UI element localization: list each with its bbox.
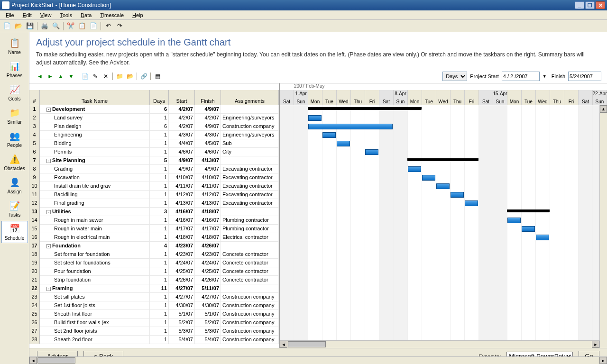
- close-button[interactable]: ✕: [596, 1, 605, 9]
- task-row[interactable]: 22-Framing114/27/075/11/07: [29, 284, 279, 293]
- arrow-down-icon[interactable]: ▼: [66, 72, 76, 81]
- task-row[interactable]: 4Engineering14/3/074/3/07Engineering/sur…: [29, 131, 279, 139]
- task-bar[interactable]: [365, 149, 378, 155]
- chart-hscroll[interactable]: ◄►: [280, 340, 599, 348]
- expand-icon[interactable]: -: [46, 108, 51, 112]
- task-row[interactable]: 24Set 1st floor joists14/30/074/30/07Con…: [29, 301, 279, 310]
- task-row[interactable]: 18Set forms for foundation14/23/074/23/0…: [29, 250, 279, 259]
- chart-vscroll[interactable]: ▲: [599, 105, 607, 348]
- folder2-icon[interactable]: 📂: [125, 72, 135, 81]
- task-row[interactable]: 13-Utilities34/16/074/18/07: [29, 208, 279, 216]
- finish-input[interactable]: [568, 72, 601, 81]
- arrow-right-icon[interactable]: ►: [46, 72, 55, 81]
- task-row[interactable]: 14Rough in main sewer14/16/074/16/07Plum…: [29, 216, 279, 225]
- task-row[interactable]: 3Plan design64/2/074/9/07Construction co…: [29, 122, 279, 131]
- sidebar-name[interactable]: 📋Name: [1, 35, 28, 57]
- task-bar[interactable]: [308, 115, 322, 121]
- task-row[interactable]: 9Excavation14/10/074/10/07Excavating con…: [29, 173, 279, 182]
- sidebar-assign[interactable]: 👤Assign: [1, 174, 28, 197]
- expand-icon[interactable]: -: [46, 159, 51, 163]
- project-start-input[interactable]: [502, 72, 540, 81]
- task-bar[interactable]: [308, 124, 393, 129]
- expand-icon[interactable]: -: [46, 210, 51, 214]
- task-row[interactable]: 12Final grading14/13/074/13/07Excavating…: [29, 199, 279, 208]
- task-row[interactable]: 8Grading14/9/074/9/07Excavating contract…: [29, 165, 279, 173]
- sidebar-tasks[interactable]: 📝Tasks: [1, 198, 28, 220]
- minimize-button[interactable]: _: [575, 1, 584, 9]
- paste-icon[interactable]: 📄: [88, 21, 99, 31]
- day-header: Sat: [579, 90, 593, 105]
- page-title: Adjust your project schedule in the Gant…: [36, 37, 600, 48]
- task-row[interactable]: 6Permits14/6/074/6/07City: [29, 148, 279, 156]
- save-icon[interactable]: 💾: [25, 21, 35, 31]
- task-row[interactable]: 21Strip foundation14/26/074/26/07Concret…: [29, 276, 279, 284]
- task-row[interactable]: 7-Site Planning54/9/074/13/07: [29, 156, 279, 165]
- sidebar-schedule[interactable]: 📅Schedule: [1, 221, 28, 243]
- task-row[interactable]: 2Land survey14/2/074/2/07Engineering/sur…: [29, 114, 279, 122]
- sidebar-people[interactable]: 👥People: [1, 128, 28, 150]
- menu-timescale[interactable]: Timescale: [96, 11, 128, 19]
- cut-icon[interactable]: ✂️: [65, 21, 76, 31]
- redo-icon[interactable]: ↷: [114, 21, 125, 31]
- link-icon[interactable]: 🔗: [139, 72, 148, 81]
- task-bar[interactable]: [337, 141, 350, 146]
- menu-file[interactable]: File: [2, 11, 18, 19]
- insert-icon[interactable]: 📄: [80, 72, 90, 81]
- task-row[interactable]: 1-Development64/2/074/9/07: [29, 105, 279, 114]
- task-bar[interactable]: [536, 235, 549, 240]
- grid-icon[interactable]: ▦: [153, 72, 162, 81]
- summary-bar[interactable]: [308, 107, 421, 110]
- col-name: Task Name: [40, 90, 150, 105]
- sidebar-goals[interactable]: 📈Goals: [1, 82, 28, 104]
- sidebar-obstacles[interactable]: ⚠️Obstacles: [1, 151, 28, 173]
- task-row[interactable]: 11Backfilling14/12/074/12/07Excavating c…: [29, 191, 279, 199]
- menu-data[interactable]: Data: [77, 11, 95, 19]
- preview-icon[interactable]: 🔍: [51, 21, 61, 31]
- task-row[interactable]: 27Set 2nd floor joists15/3/075/3/07Const…: [29, 327, 279, 336]
- maximize-button[interactable]: ❐: [585, 1, 595, 9]
- task-row[interactable]: 5Bidding14/4/074/5/07Sub: [29, 139, 279, 148]
- task-bar[interactable]: [436, 183, 450, 189]
- task-row[interactable]: 20Pour foundation14/25/074/25/07Concrete…: [29, 267, 279, 276]
- menu-edit[interactable]: Edit: [19, 11, 36, 19]
- new-icon[interactable]: 📄: [2, 21, 12, 31]
- task-row[interactable]: 16Rough in electrical main14/18/074/18/0…: [29, 233, 279, 242]
- task-row[interactable]: 28Sheath 2nd floor15/4/075/4/07Construct…: [29, 336, 279, 344]
- sidebar-phases[interactable]: 📊Phases: [1, 58, 28, 81]
- delete-icon[interactable]: ✕: [101, 72, 110, 81]
- task-bar[interactable]: [451, 192, 464, 198]
- folder-icon[interactable]: 📁: [115, 72, 124, 81]
- task-row[interactable]: 23Set sill plates14/27/074/27/07Construc…: [29, 293, 279, 301]
- task-row[interactable]: 10Install drain tile and grav14/11/074/1…: [29, 182, 279, 191]
- task-bar[interactable]: [465, 200, 478, 206]
- menu-tools[interactable]: Tools: [56, 11, 76, 19]
- task-bar[interactable]: [522, 226, 535, 232]
- task-bar[interactable]: [507, 218, 521, 223]
- undo-icon[interactable]: ↶: [103, 21, 113, 31]
- task-row[interactable]: 19Set steel for foundations14/24/074/24/…: [29, 259, 279, 267]
- arrow-left-icon[interactable]: ◄: [35, 72, 45, 81]
- gantt-toolbar: ◄ ► ▲ ▼ 📄 ✎ ✕ 📁 📂 🔗 ▦ Days Project Start…: [29, 70, 607, 83]
- copy-icon[interactable]: 📋: [77, 21, 87, 31]
- task-bar[interactable]: [322, 132, 336, 138]
- print-icon[interactable]: 🖨️: [39, 21, 50, 31]
- task-bar[interactable]: [422, 175, 435, 181]
- expand-icon[interactable]: -: [46, 287, 51, 291]
- task-bar[interactable]: [408, 166, 421, 172]
- task-row[interactable]: 15Rough in water main14/17/074/17/07Plum…: [29, 225, 279, 233]
- task-row[interactable]: 25Sheath first floor15/1/075/1/07Constru…: [29, 310, 279, 318]
- edit-icon[interactable]: ✎: [91, 72, 100, 81]
- summary-bar[interactable]: [408, 158, 478, 161]
- people-icon: 👥: [7, 130, 22, 142]
- menu-help[interactable]: Help: [129, 11, 147, 19]
- open-icon[interactable]: 📂: [13, 21, 24, 31]
- expand-icon[interactable]: -: [46, 244, 51, 248]
- task-row[interactable]: 17-Foundation44/23/074/26/07: [29, 242, 279, 250]
- sidebar-similar[interactable]: 📁Similar: [1, 105, 28, 127]
- task-row[interactable]: 26Build first floor walls (ex15/2/075/2/…: [29, 318, 279, 327]
- project-start-label: Project Start: [468, 73, 501, 79]
- arrow-up-icon[interactable]: ▲: [56, 72, 65, 81]
- summary-bar[interactable]: [507, 209, 549, 212]
- units-select[interactable]: Days: [442, 72, 467, 81]
- menu-view[interactable]: View: [37, 11, 55, 19]
